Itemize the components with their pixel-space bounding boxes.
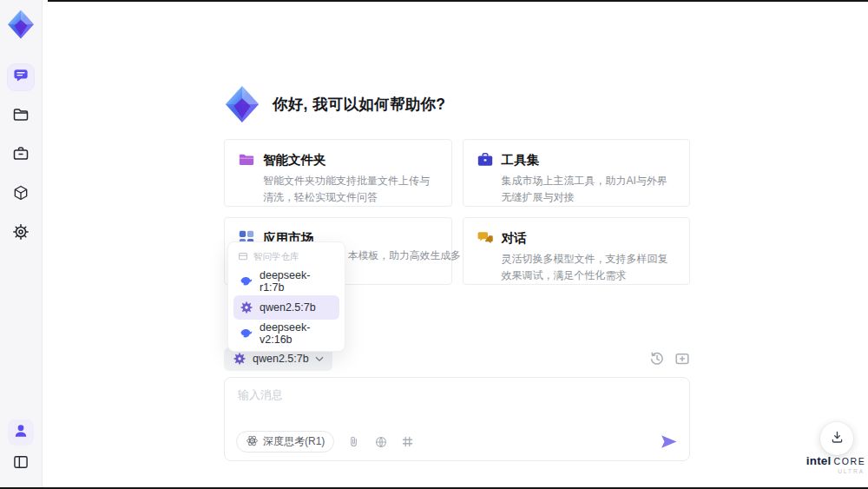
history-icon[interactable] (649, 351, 665, 367)
card-dialog[interactable]: 对话 灵活切换多模型文件，支持多样回复效果调试，满足个性化需求 (463, 217, 691, 285)
folder-icon (12, 106, 30, 127)
model-option-deepseek-r1[interactable]: deepseek-r1:7b (233, 269, 339, 294)
card-toolset[interactable]: 工具集 集成市场上主流工具，助力AI与外界无缝扩展与对接 (463, 139, 691, 207)
card-title: 智能文件夹 (263, 152, 326, 169)
model-option-label: qwen2.5:7b (260, 301, 316, 314)
sidebar-item-models[interactable] (8, 182, 34, 208)
greeting-logo-icon (222, 84, 262, 124)
deepseek-icon (240, 274, 253, 288)
smart-folder-icon (238, 151, 255, 169)
sidebar-nav (8, 64, 34, 247)
model-group-label: 智问学仓库 (253, 251, 299, 263)
qwen-icon (233, 352, 247, 366)
model-option-label: deepseek-r1:7b (260, 269, 333, 294)
dialog-icon (477, 229, 494, 247)
model-option-deepseek-v2[interactable]: deepseek-v2:16b (233, 321, 339, 346)
page-title: 你好, 我可以如何帮助你? (273, 94, 445, 115)
card-title: 工具集 (502, 152, 540, 169)
core-product-text: CORE (834, 456, 866, 466)
chat-bubble-icon (12, 67, 30, 88)
repo-box-icon (238, 251, 248, 263)
sidebar-item-chat[interactable] (8, 64, 34, 90)
window-top-border (48, 0, 868, 2)
greeting-header: 你好, 我可以如何帮助你? (222, 84, 445, 124)
intel-brand-text: intel (806, 454, 832, 467)
qwen-icon (240, 301, 253, 314)
gear-icon (12, 223, 30, 244)
send-icon[interactable] (660, 433, 678, 451)
message-composer: 深度思考(R1) (224, 377, 690, 461)
hash-icon[interactable] (401, 435, 415, 449)
new-chat-icon[interactable] (674, 351, 690, 367)
sidebar-item-panel-toggle[interactable] (8, 451, 34, 477)
sidebar (0, 0, 43, 489)
card-smart-folder[interactable]: 智能文件夹 智能文件夹功能支持批量文件上传与清洗，轻松实现文件问答 (224, 139, 452, 207)
composer-toolbar: 深度思考(R1) (236, 431, 678, 453)
card-description: 灵活切换多模型文件，支持多样回复效果调试，满足个性化需求 (502, 251, 677, 283)
deepseek-icon (240, 327, 253, 340)
deep-think-toggle[interactable]: 深度思考(R1) (236, 431, 334, 453)
app-logo-icon (5, 9, 36, 40)
attachment-icon[interactable] (347, 435, 361, 449)
sidebar-item-account[interactable] (8, 420, 34, 446)
sidebar-item-settings[interactable] (8, 221, 34, 247)
ultra-tier-text: ULTRA (800, 468, 865, 474)
selected-model-label: qwen2.5:7b (253, 353, 309, 365)
panel-icon (12, 453, 30, 474)
message-input[interactable] (238, 387, 676, 424)
download-button[interactable] (820, 422, 853, 455)
card-description: 智能文件夹功能支持批量文件上传与清洗，轻松实现文件问答 (263, 173, 438, 205)
sidebar-bottom (8, 420, 34, 477)
globe-icon[interactable] (374, 435, 388, 449)
atom-icon (246, 434, 259, 450)
deep-think-label: 深度思考(R1) (263, 434, 325, 449)
toolset-icon (477, 151, 494, 169)
model-option-label: deepseek-v2:16b (260, 321, 333, 346)
sidebar-item-folders[interactable] (8, 103, 34, 129)
user-icon (12, 422, 30, 443)
chevron-down-icon (315, 353, 324, 365)
intel-core-badge: intel CORE ULTRA (800, 454, 868, 474)
cube-icon (12, 184, 30, 205)
download-icon (830, 430, 845, 448)
card-title: 对话 (502, 230, 527, 247)
sidebar-item-toolbox[interactable] (8, 142, 34, 169)
card-description-partial: 本模板，助力高效生成多 (348, 248, 461, 263)
model-option-qwen[interactable]: qwen2.5:7b (233, 295, 339, 320)
briefcase-icon (12, 145, 30, 166)
model-dropdown-group: 智问学仓库 (233, 248, 339, 269)
card-description: 集成市场上主流工具，助力AI与外界无缝扩展与对接 (502, 173, 677, 205)
model-dropdown: 智问学仓库 deepseek-r1:7b qwen2.5:7b deepseek… (227, 241, 345, 352)
